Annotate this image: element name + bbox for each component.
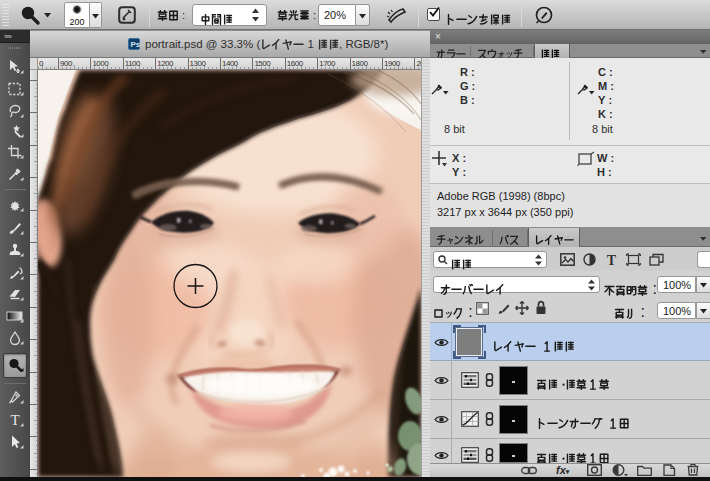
svg-text:200: 200 xyxy=(69,17,84,27)
svg-text:T: T xyxy=(607,253,617,266)
svg-text:T: T xyxy=(10,412,19,428)
